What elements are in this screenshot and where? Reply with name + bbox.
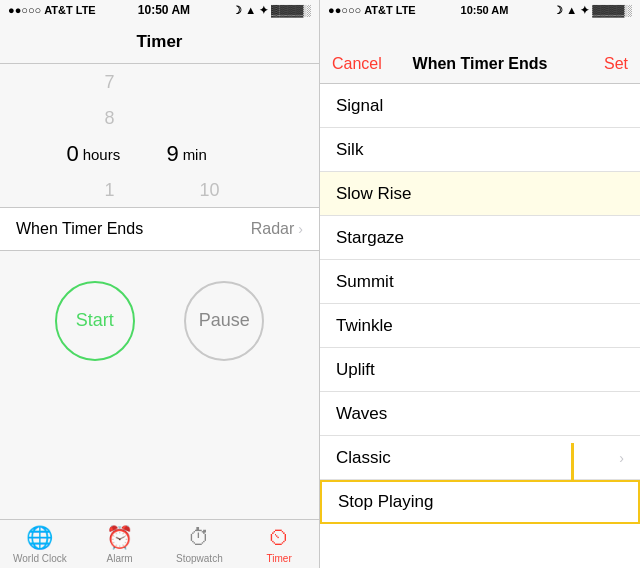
right-nav-bar: Cancel When Timer Ends Set — [320, 20, 640, 84]
tab-alarm[interactable]: ⏰ Alarm — [80, 520, 160, 568]
menu-item-stargaze[interactable]: Stargaze — [320, 216, 640, 260]
menu-item-summit[interactable]: Summit — [320, 260, 640, 304]
world-clock-icon: 🌐 — [26, 525, 53, 551]
right-carrier-info: ●●○○○ AT&T LTE — [328, 4, 416, 16]
right-panel: ●●○○○ AT&T LTE 10:50 AM ☽ ▲ ✦ ▓▓▓▓░ Canc… — [320, 0, 640, 568]
hours-selected: 0 hours — [60, 136, 160, 172]
min-label: min — [183, 146, 253, 163]
min-selected: 9 min — [160, 136, 260, 172]
moon-icon: ☽ — [232, 4, 242, 17]
left-status-bar: ●●○○○ AT&T LTE 10:50 AM ☽ ▲ ✦ ▓▓▓▓░ — [0, 0, 319, 20]
right-status-bar: ●●○○○ AT&T LTE 10:50 AM ☽ ▲ ✦ ▓▓▓▓░ — [320, 0, 640, 20]
alarm-icon: ⏰ — [106, 525, 133, 551]
when-timer-ends-value: Radar › — [251, 220, 303, 238]
stop-playing-row[interactable]: Stop Playing — [320, 480, 640, 524]
min-item-10: 10 — [160, 172, 260, 203]
hours-column[interactable]: 6 7 8 0 hours 1 2 3 — [60, 64, 160, 203]
right-moon-icon: ☽ — [553, 4, 563, 17]
menu-item-waves[interactable]: Waves — [320, 392, 640, 436]
tab-timer-label: Timer — [267, 553, 292, 564]
left-network: LTE — [76, 4, 96, 16]
signal-label: Signal — [336, 96, 383, 116]
timer-icon: ⏲ — [268, 525, 290, 551]
right-nav-title: When Timer Ends — [406, 55, 554, 73]
when-timer-ends-chevron: › — [298, 221, 303, 237]
stopwatch-icon: ⏱ — [188, 525, 210, 551]
left-nav-title: Timer — [137, 32, 183, 52]
cancel-button[interactable]: Cancel — [332, 55, 406, 73]
tab-stopwatch[interactable]: ⏱ Stopwatch — [160, 520, 240, 568]
left-spacer — [0, 381, 319, 520]
hours-item-8: 8 — [60, 100, 160, 136]
hours-item-1: 1 — [60, 172, 160, 203]
menu-item-uplift[interactable]: Uplift — [320, 348, 640, 392]
right-bluetooth-icon: ✦ — [580, 4, 589, 17]
right-battery-icon: ▓▓▓▓░ — [592, 4, 632, 16]
right-signal-dots: ●●○○○ — [328, 4, 361, 16]
menu-list: Signal Silk Slow Rise Stargaze Summit Tw… — [320, 84, 640, 568]
stargaze-label: Stargaze — [336, 228, 404, 248]
right-location-icon: ▲ — [566, 4, 577, 16]
tab-bar: 🌐 World Clock ⏰ Alarm ⏱ Stopwatch ⏲ Time… — [0, 519, 319, 568]
left-carrier: AT&T — [44, 4, 73, 16]
menu-item-slow-rise[interactable]: Slow Rise — [320, 172, 640, 216]
waves-label: Waves — [336, 404, 387, 424]
battery-icon: ▓▓▓▓░ — [271, 4, 311, 16]
twinkle-label: Twinkle — [336, 316, 393, 336]
left-signal-dots: ●●○○○ — [8, 4, 41, 16]
set-button[interactable]: Set — [554, 55, 628, 73]
picker-columns[interactable]: 6 7 8 0 hours 1 2 3 9 min 10 — [0, 64, 319, 203]
tab-timer[interactable]: ⏲ Timer — [239, 520, 319, 568]
right-icons: ☽ ▲ ✦ ▓▓▓▓░ — [553, 4, 632, 17]
location-icon: ▲ — [245, 4, 256, 16]
menu-item-twinkle[interactable]: Twinkle — [320, 304, 640, 348]
tab-alarm-label: Alarm — [107, 553, 133, 564]
right-time: 10:50 AM — [461, 4, 509, 16]
uplift-label: Uplift — [336, 360, 375, 380]
stop-playing-label: Stop Playing — [338, 492, 433, 512]
min-column[interactable]: 9 min 10 11 12 — [160, 64, 260, 203]
when-timer-ends-row[interactable]: When Timer Ends Radar › — [0, 207, 319, 251]
tab-world-clock-label: World Clock — [13, 553, 67, 564]
when-timer-ends-current: Radar — [251, 220, 295, 238]
start-button[interactable]: Start — [55, 281, 135, 361]
left-time: 10:50 AM — [138, 3, 190, 17]
bluetooth-icon: ✦ — [259, 4, 268, 17]
classic-label: Classic — [336, 448, 391, 468]
picker-area[interactable]: 6 7 8 0 hours 1 2 3 9 min 10 — [0, 64, 319, 203]
summit-label: Summit — [336, 272, 394, 292]
left-right-icons: ☽ ▲ ✦ ▓▓▓▓░ — [232, 4, 311, 17]
classic-chevron: › — [619, 450, 624, 466]
when-timer-ends-label: When Timer Ends — [16, 220, 143, 238]
silk-label: Silk — [336, 140, 363, 160]
left-panel: ●●○○○ AT&T LTE 10:50 AM ☽ ▲ ✦ ▓▓▓▓░ Time… — [0, 0, 320, 568]
menu-item-classic[interactable]: Classic › — [320, 436, 640, 480]
left-nav-bar: Timer — [0, 20, 319, 64]
right-carrier: AT&T — [364, 4, 393, 16]
min-item-empty3 — [160, 100, 260, 136]
tab-world-clock[interactable]: 🌐 World Clock — [0, 520, 80, 568]
menu-item-silk[interactable]: Silk — [320, 128, 640, 172]
menu-item-signal[interactable]: Signal — [320, 84, 640, 128]
tab-stopwatch-label: Stopwatch — [176, 553, 223, 564]
right-network: LTE — [396, 4, 416, 16]
hours-label: hours — [83, 146, 153, 163]
left-carrier-info: ●●○○○ AT&T LTE — [8, 4, 96, 16]
pause-button[interactable]: Pause — [184, 281, 264, 361]
min-item-empty2 — [160, 64, 260, 100]
buttons-row: Start Pause — [0, 261, 319, 381]
slow-rise-label: Slow Rise — [336, 184, 412, 204]
hours-item-7: 7 — [60, 64, 160, 100]
